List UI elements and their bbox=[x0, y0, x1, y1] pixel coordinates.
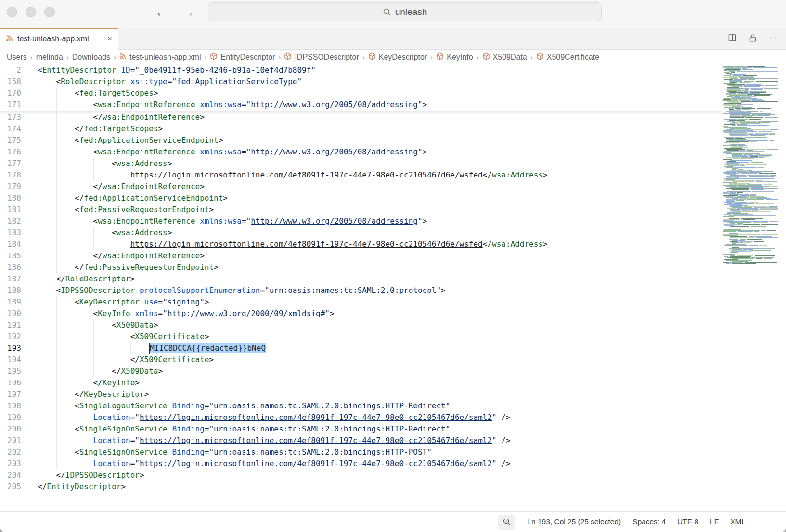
minimap-line bbox=[757, 167, 764, 168]
line-number: 191 bbox=[0, 319, 21, 331]
code-line-196[interactable]: 196 </KeyInfo> bbox=[0, 377, 786, 389]
code-line-170[interactable]: 170 <fed:TargetScopes> bbox=[0, 88, 722, 99]
token: KeyInfo bbox=[103, 378, 135, 387]
code-line-198[interactable]: 198 <SingleLogoutService Binding="urn:oa… bbox=[0, 400, 786, 412]
tab-bar: test-unleash-app.xml × bbox=[0, 28, 786, 50]
minimap-line bbox=[769, 134, 775, 135]
token: < bbox=[75, 297, 79, 306]
code-line-197[interactable]: 197 </KeyDescriptor> bbox=[0, 389, 786, 400]
code-line-195[interactable]: 195 </X509Data> bbox=[0, 366, 786, 377]
code-line-189[interactable]: 189 <KeyDescriptor use="signing"> bbox=[0, 296, 786, 308]
code-line-2[interactable]: 2<EntityDescriptor ID="_0be4911f-95eb-42… bbox=[0, 64, 722, 76]
token: SingleSignOnService bbox=[79, 447, 168, 456]
code-line-181[interactable]: 181 <fed:PassiveRequestorEndpoint> bbox=[0, 204, 786, 215]
code-line-199[interactable]: 199 Location="https://login.microsoftonl… bbox=[0, 412, 786, 423]
code-line-193[interactable]: 193 MIIC8DCCA{{redacted}}bNeQ bbox=[0, 342, 786, 354]
minimap[interactable] bbox=[723, 66, 781, 266]
zoom-out-icon[interactable] bbox=[498, 515, 515, 530]
line-number: 171 bbox=[0, 99, 21, 111]
breadcrumb-item-x509data[interactable]: X509Data bbox=[482, 52, 527, 62]
code-line-180[interactable]: 180 </fed:ApplicationServiceEndpoint> bbox=[0, 192, 786, 204]
minimap-line bbox=[744, 242, 751, 243]
back-button[interactable]: ← bbox=[155, 5, 168, 20]
forward-button[interactable]: → bbox=[181, 5, 194, 20]
code-line-173[interactable]: 173 </wsa:EndpointReference> bbox=[0, 112, 786, 123]
indentation-status[interactable]: Spaces: 4 bbox=[632, 518, 666, 526]
tab-test-unleash-app-xml[interactable]: test-unleash-app.xml × bbox=[0, 28, 118, 50]
code-line-174[interactable]: 174 </fed:TargetScopes> bbox=[0, 123, 786, 135]
breadcrumb-item-downloads[interactable]: Downloads bbox=[72, 53, 110, 62]
token: > bbox=[441, 286, 446, 295]
indent-guide bbox=[93, 169, 94, 181]
xml-element-cube-icon bbox=[536, 52, 544, 62]
line-content: <wsa:Address> bbox=[38, 158, 172, 169]
code-line-202[interactable]: 202 <SingleSignOnService Binding="urn:oa… bbox=[0, 446, 786, 458]
code-line-183[interactable]: 183 <wsa:Address> bbox=[0, 227, 786, 239]
code-line-176[interactable]: 176 <wsa:EndpointReference xmlns:wsa="ht… bbox=[0, 146, 786, 158]
code-line-179[interactable]: 179 </wsa:EndpointReference> bbox=[0, 181, 786, 192]
indent-guide bbox=[75, 158, 75, 169]
code-line-178[interactable]: 178 https://login.microsoftonline.com/4e… bbox=[0, 169, 786, 181]
minimap-line bbox=[747, 131, 757, 132]
code-line-194[interactable]: 194 </X509Certificate> bbox=[0, 354, 786, 366]
command-center-search[interactable]: unleash bbox=[208, 2, 602, 21]
token: wsa:EndpointReference bbox=[98, 216, 195, 226]
code-line-175[interactable]: 175 <fed:ApplicationServiceEndpoint> bbox=[0, 135, 786, 146]
breadcrumb-item-test-unleash-app-xml[interactable]: test-unleash-app.xml bbox=[119, 52, 201, 62]
code-line-192[interactable]: 192 <X509Certificate> bbox=[0, 331, 786, 342]
code-line-200[interactable]: 200 <SingleSignOnService Binding="urn:oa… bbox=[0, 423, 786, 435]
line-number: 180 bbox=[0, 192, 21, 204]
split-editor-icon[interactable] bbox=[728, 33, 737, 44]
code-line-185[interactable]: 185 </wsa:EndpointReference> bbox=[0, 250, 786, 262]
code-line-190[interactable]: 190 <KeyInfo xmlns="http://www.w3.org/20… bbox=[0, 308, 786, 319]
cursor-position-status[interactable]: Ln 193, Col 25 (25 selected) bbox=[527, 518, 621, 526]
token: = bbox=[242, 100, 246, 109]
breadcrumb-label: IDPSSODescriptor bbox=[295, 53, 359, 62]
breadcrumb-item-keydescriptor[interactable]: KeyDescriptor bbox=[368, 52, 427, 62]
code-editor[interactable]: 2<EntityDescriptor ID="_0be4911f-95eb-42… bbox=[0, 64, 786, 511]
breadcrumb-item-entitydescriptor[interactable]: EntityDescriptor bbox=[210, 52, 275, 62]
token: </ bbox=[56, 274, 65, 283]
token: https://login.microsoftonline.com/4ef809… bbox=[140, 413, 492, 422]
code-line-188[interactable]: 188 <IDPSSODescriptor protocolSupportEnu… bbox=[0, 285, 786, 296]
indent-guide bbox=[93, 239, 94, 250]
indent-guide bbox=[56, 135, 57, 146]
language-status[interactable]: XML bbox=[730, 518, 746, 526]
line-number: 194 bbox=[0, 354, 21, 366]
close-tab-icon[interactable]: × bbox=[107, 34, 112, 44]
code-line-177[interactable]: 177 <wsa:Address> bbox=[0, 158, 786, 169]
minimize-window-button[interactable] bbox=[26, 7, 36, 17]
token: > bbox=[205, 297, 209, 306]
code-line-204[interactable]: 204 </IDPSSODescriptor> bbox=[0, 469, 786, 481]
code-line-184[interactable]: 184 https://login.microsoftonline.com/4e… bbox=[0, 239, 786, 250]
sticky-scroll-header[interactable]: 2<EntityDescriptor ID="_0be4911f-95eb-42… bbox=[0, 64, 722, 111]
code-line-158[interactable]: 158 <RoleDescriptor xsi:type="fed:Applic… bbox=[0, 76, 722, 88]
zoom-window-button[interactable] bbox=[44, 7, 55, 17]
token bbox=[168, 447, 172, 456]
breadcrumb-item-x509certificate[interactable]: X509Certificate bbox=[536, 52, 599, 62]
breadcrumb-item-melinda[interactable]: melinda bbox=[36, 53, 63, 62]
code-line-205[interactable]: 205</EntityDescriptor> bbox=[0, 481, 786, 493]
breadcrumb-item-users[interactable]: Users bbox=[7, 53, 27, 62]
more-actions-icon[interactable] bbox=[769, 34, 777, 44]
minimap-line bbox=[767, 149, 778, 150]
code-line-171[interactable]: 171 <wsa:EndpointReference xmlns:wsa="ht… bbox=[0, 99, 722, 111]
close-window-button[interactable] bbox=[7, 7, 17, 17]
encoding-status[interactable]: UTF-8 bbox=[677, 518, 698, 526]
breadcrumb-item-idpssodescriptor[interactable]: IDPSSODescriptor bbox=[284, 52, 359, 62]
code-line-187[interactable]: 187 </RoleDescriptor> bbox=[0, 273, 786, 285]
token: > bbox=[154, 89, 158, 98]
breadcrumb-label: melinda bbox=[36, 53, 63, 62]
eol-status[interactable]: LF bbox=[710, 518, 719, 526]
unlock-icon[interactable] bbox=[748, 34, 757, 44]
minimap-line bbox=[724, 245, 748, 246]
breadcrumb-item-keyinfo[interactable]: KeyInfo bbox=[436, 52, 473, 62]
indent-guide bbox=[56, 319, 57, 331]
code-lines[interactable]: 173 </wsa:EndpointReference>174 </fed:Ta… bbox=[0, 112, 786, 493]
code-line-186[interactable]: 186 </fed:PassiveRequestorEndpoint> bbox=[0, 262, 786, 273]
code-line-203[interactable]: 203 Location="https://login.microsoftonl… bbox=[0, 458, 786, 469]
code-line-182[interactable]: 182 <wsa:EndpointReference xmlns:wsa="ht… bbox=[0, 215, 786, 227]
token: > bbox=[140, 470, 144, 480]
code-line-201[interactable]: 201 Location="https://login.microsoftonl… bbox=[0, 435, 786, 446]
code-line-191[interactable]: 191 <X509Data> bbox=[0, 319, 786, 331]
